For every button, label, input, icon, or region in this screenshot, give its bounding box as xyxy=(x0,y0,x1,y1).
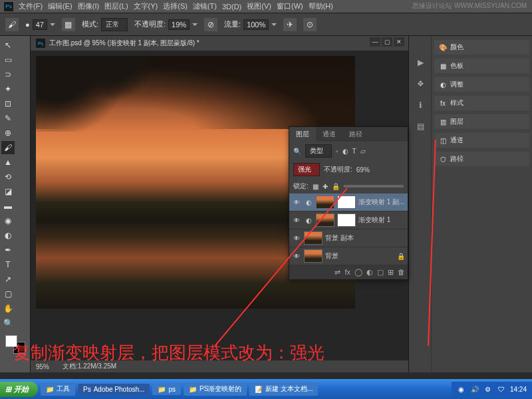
layer-name[interactable]: 渐变映射 1 副... xyxy=(358,198,404,207)
play-icon[interactable]: ▶ xyxy=(412,56,429,69)
task-item[interactable]: 📁ps xyxy=(152,384,181,395)
filter-type-icon[interactable]: T xyxy=(352,148,356,155)
layer-row[interactable]: 👁◐渐变映射 1 副... xyxy=(289,194,408,211)
pen-tool[interactable]: ✒ xyxy=(1,243,15,257)
menu-help[interactable]: 帮助(H) xyxy=(309,1,333,11)
hand-tool[interactable]: ✋ xyxy=(1,302,15,315)
path-tool[interactable]: ↗ xyxy=(1,273,15,286)
fill-slider[interactable] xyxy=(344,185,404,188)
start-button[interactable]: ⊞开始 xyxy=(0,382,38,397)
filter-adj-icon[interactable]: ◐ xyxy=(342,148,348,155)
layer-row[interactable]: 👁背景 副本 xyxy=(289,229,408,247)
close-icon[interactable]: ✕ xyxy=(394,37,404,47)
menu-filter[interactable]: 滤镜(T) xyxy=(193,1,217,11)
tray-icon[interactable]: ⚙ xyxy=(483,384,493,394)
brush-size[interactable]: ●47 xyxy=(25,19,55,30)
nav-icon[interactable]: ❖ xyxy=(412,77,429,90)
history-icon[interactable]: ▤ xyxy=(412,120,429,133)
menu-select[interactable]: 选择(S) xyxy=(163,1,188,11)
menu-file[interactable]: 文件(F) xyxy=(19,1,43,11)
kind-filter-icon[interactable]: 🔍 xyxy=(293,148,301,155)
kind-select[interactable]: 类型 xyxy=(305,144,332,158)
lock-position-icon[interactable]: ✚ xyxy=(323,183,328,190)
fx-icon[interactable]: fx xyxy=(344,268,350,277)
menu-view[interactable]: 视图(V) xyxy=(247,1,271,11)
type-tool[interactable]: T xyxy=(1,258,15,271)
blend-mode-select[interactable]: 正常 xyxy=(101,18,128,31)
layer-name[interactable]: 渐变映射 1 xyxy=(358,215,390,225)
flow-value[interactable]: 100% xyxy=(243,19,269,30)
tab-channels[interactable]: 通道 xyxy=(316,127,342,142)
gradient-tool[interactable]: ▬ xyxy=(1,200,15,213)
panel-swatches[interactable]: ▦色板 xyxy=(434,59,529,73)
mask-icon[interactable]: ◯ xyxy=(354,268,362,277)
pressure-size-icon[interactable]: ⊙ xyxy=(303,18,317,31)
panel-channels[interactable]: ◫通道 xyxy=(434,133,529,148)
filter-shape-icon[interactable]: ▱ xyxy=(360,148,366,155)
wand-tool[interactable]: ✦ xyxy=(1,82,15,96)
brush-panel-icon[interactable]: ▦ xyxy=(62,18,75,31)
tray-icon[interactable]: 🛡 xyxy=(497,384,506,394)
menu-type[interactable]: 文字(Y) xyxy=(134,1,158,11)
menu-layer[interactable]: 图层(L) xyxy=(104,1,128,11)
menu-window[interactable]: 窗口(W) xyxy=(277,1,303,11)
layer-name[interactable]: 背景 副本 xyxy=(325,233,354,243)
heal-tool[interactable]: ⊕ xyxy=(1,126,15,140)
brush-tool[interactable]: 🖌 xyxy=(1,141,15,154)
link-icon[interactable]: ⇌ xyxy=(334,268,340,277)
info-icon[interactable]: ℹ xyxy=(412,98,429,112)
minimize-icon[interactable]: — xyxy=(370,37,380,47)
shape-tool[interactable]: ▢ xyxy=(1,287,15,301)
tray-icon[interactable]: ◉ xyxy=(457,384,466,394)
visibility-icon[interactable]: 👁 xyxy=(292,215,301,225)
eyedropper-tool[interactable]: ✎ xyxy=(1,112,15,125)
history-brush-tool[interactable]: ⟲ xyxy=(1,170,15,184)
menu-3d[interactable]: 3D(D) xyxy=(222,3,241,11)
system-tray[interactable]: ◉ 🔊 ⚙ 🛡 14:24 xyxy=(452,382,532,396)
layer-row[interactable]: 👁背景🔒 xyxy=(289,247,408,265)
lasso-tool[interactable]: ⊃ xyxy=(1,68,15,81)
mask-thumb[interactable] xyxy=(337,213,356,227)
layer-blend-select[interactable]: 强光 xyxy=(293,163,320,176)
layer-opacity-value[interactable]: 69% xyxy=(356,166,370,174)
move-tool[interactable]: ↖ xyxy=(1,39,15,52)
stamp-tool[interactable]: ▲ xyxy=(1,156,15,169)
lock-pixels-icon[interactable]: ▦ xyxy=(313,183,319,190)
layer-thumb[interactable] xyxy=(304,249,323,263)
brush-tool-icon[interactable]: 🖌 xyxy=(5,18,19,31)
zoom-tool[interactable]: 🔍 xyxy=(1,317,15,330)
layer-thumb[interactable] xyxy=(304,231,323,245)
document-tab[interactable]: Ps 工作图.psd @ 95% (渐变映射 1 副本, 图层蒙版/8) * —… xyxy=(31,36,408,51)
tray-icon[interactable]: 🔊 xyxy=(470,384,479,394)
adjustment-icon[interactable]: ◐ xyxy=(366,268,373,277)
panel-layers[interactable]: ▥图层 xyxy=(434,114,529,129)
eraser-tool[interactable]: ◪ xyxy=(1,185,15,198)
panel-paths[interactable]: ⬡路径 xyxy=(434,152,529,166)
layer-name[interactable]: 背景 xyxy=(325,251,338,261)
task-item[interactable]: 📝新建 文本文档... xyxy=(249,382,318,396)
pressure-opacity-icon[interactable]: ⊘ xyxy=(204,18,217,31)
blur-tool[interactable]: ◉ xyxy=(1,214,15,227)
airbrush-icon[interactable]: ✈ xyxy=(283,18,297,31)
menu-image[interactable]: 图像(I) xyxy=(78,1,99,11)
marquee-tool[interactable]: ▭ xyxy=(1,53,15,66)
crop-tool[interactable]: ⊡ xyxy=(1,97,15,110)
clock[interactable]: 14:24 xyxy=(510,386,527,393)
lock-all-icon[interactable]: 🔒 xyxy=(332,183,340,190)
visibility-icon[interactable]: 👁 xyxy=(292,198,301,207)
group-icon[interactable]: ▢ xyxy=(377,268,384,277)
panel-color[interactable]: 🎨颜色 xyxy=(434,40,529,55)
new-layer-icon[interactable]: ⊞ xyxy=(388,268,394,277)
layer-row[interactable]: 👁◐渐变映射 1 xyxy=(289,211,408,229)
panel-styles[interactable]: fx样式 xyxy=(434,96,529,110)
trash-icon[interactable]: 🗑 xyxy=(398,268,405,277)
dodge-tool[interactable]: ◐ xyxy=(1,229,15,242)
opacity-value[interactable]: 19% xyxy=(168,19,190,30)
task-item[interactable]: 📁工具 xyxy=(41,382,75,396)
filter-img-icon[interactable]: ▫ xyxy=(336,148,338,155)
menu-edit[interactable]: 编辑(E) xyxy=(48,1,72,11)
task-item[interactable]: PsAdobe Photosh... xyxy=(78,384,150,395)
task-item[interactable]: 📁PS渐变映射的 xyxy=(184,382,247,396)
panel-adjustments[interactable]: ◐调整 xyxy=(434,77,529,92)
tab-layers[interactable]: 图层 xyxy=(289,127,316,142)
